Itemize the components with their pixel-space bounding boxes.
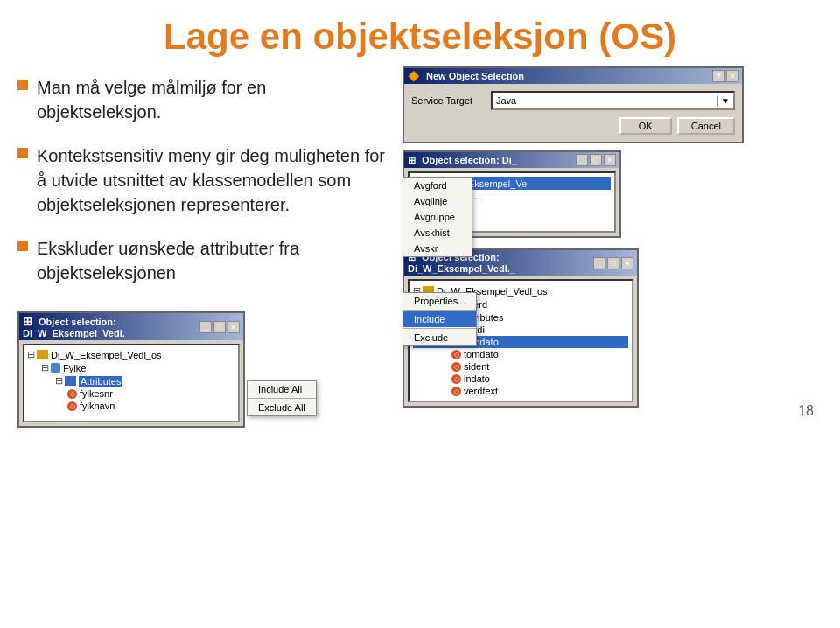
- tree-node-fylkesnr: ◇ fylkesnr: [27, 387, 235, 400]
- content-area: Man må velge målmiljø for en objektselek…: [0, 66, 840, 428]
- nos-cancel-button[interactable]: Cancel: [677, 117, 735, 135]
- dialog-os2-maximize[interactable]: □: [607, 257, 620, 269]
- dialog-os2-minimize[interactable]: _: [593, 257, 606, 269]
- tree-node-os2-verdtext: ◇ verdtext: [413, 385, 628, 397]
- menu-avgruppe[interactable]: Avgruppe: [403, 209, 472, 225]
- menu-exclude[interactable]: Exclude: [403, 330, 476, 345]
- bullet-3: Ekskluder uønskede attributter fra objek…: [18, 236, 394, 285]
- tree-root-label: Di_W_Eksempel_Vedl_os: [51, 350, 162, 360]
- nos-ok-button[interactable]: OK: [620, 117, 672, 135]
- page-title: Lage en objektseleksjon (OS): [0, 0, 840, 66]
- icon-item-fylke: [51, 363, 60, 373]
- context-menu-props: Properties... Include Exclude: [402, 292, 477, 346]
- icon-folder-root: [37, 350, 48, 359]
- icon-os2-verdtext: ◇: [452, 387, 461, 396]
- dialog-os2-close[interactable]: ×: [621, 257, 634, 269]
- dialog-os3: ⊞ Object selection: Di_W_Eksempel_Vedl._…: [18, 311, 245, 428]
- nos-buttons: OK Cancel: [411, 117, 735, 135]
- bullet-icon-1: [18, 80, 28, 90]
- dialog-os3-titlebar: ⊞ Object selection: Di_W_Eksempel_Vedl._…: [19, 313, 243, 340]
- menu-properties[interactable]: Properties...: [403, 293, 476, 309]
- icon-attr-fylknavn: ◇: [67, 401, 77, 411]
- dialog-os1-title: ⊞ Object selection: Di_: [408, 155, 517, 166]
- nos-dropdown-value: Java: [496, 95, 516, 106]
- tree-node-fylke: ⊟ Fylke: [27, 361, 235, 374]
- nos-service-target-row: Service Target Java ▼: [411, 91, 735, 110]
- tree-fylknavn-label: fylknavn: [80, 401, 115, 411]
- os2-container: ⊞ Object selection: Di_W_Eksempel_Vedl._…: [402, 248, 822, 408]
- tree-os2-sident-label: sident: [464, 361, 489, 372]
- dialog-os1-titlebar: ⊞ Object selection: Di_ _ □ ×: [404, 152, 620, 168]
- dialog-os2-titlebar-buttons: _ □ ×: [593, 257, 634, 269]
- dialog-os3-close[interactable]: ×: [228, 321, 240, 333]
- tree-node-attributes: ⊟ Attributes: [27, 374, 235, 387]
- tree-fylke-label: Fylke: [63, 363, 86, 373]
- os1-container: ⊞ Object selection: Di_ _ □ × ⊟: [402, 150, 822, 238]
- context-menu-avg: Avgford Avglinje Avgruppe Avskhist Avskr: [402, 177, 472, 257]
- dialog-os3-title: ⊞ Object selection: Di_W_Eksempel_Vedl._: [23, 315, 200, 338]
- dialog-os1-minimize[interactable]: _: [576, 154, 588, 166]
- dialog-os3-body: ⊟ Di_W_Eksempel_Vedl_os ⊟ Fylke: [19, 340, 243, 426]
- dialog-nos-title: 🔶 New Object Selection: [408, 71, 524, 82]
- menu-avgford[interactable]: Avgford: [403, 178, 472, 193]
- menu-avskhist[interactable]: Avskhist: [403, 225, 472, 241]
- nos-service-target-label: Service Target: [411, 95, 486, 106]
- dialog-os3-maximize[interactable]: □: [214, 321, 226, 333]
- dialog-os1-close[interactable]: ×: [604, 154, 616, 166]
- bullet-1: Man må velge målmiljø for en objektselek…: [18, 75, 394, 124]
- right-column: 🔶 New Object Selection ? × Service Targe…: [402, 66, 822, 428]
- tree-os2-verdtext-label: verdtext: [464, 386, 498, 396]
- page-number: 18: [798, 403, 814, 419]
- menu-include-all[interactable]: Include All: [248, 381, 316, 397]
- tree-node-os2-sident: ◇ sident: [413, 360, 628, 373]
- left-column: Man må velge målmiljø for en objektselek…: [18, 66, 394, 428]
- nos-dropdown[interactable]: Java ▼: [491, 91, 735, 110]
- bullet-text-3: Ekskluder uønskede attributter fra objek…: [37, 236, 394, 285]
- icon-os2-indato: ◇: [452, 374, 461, 384]
- tree-node-fylknavn: ◇ fylknavn: [27, 400, 235, 412]
- context-menu-include-all: Include All Exclude All: [247, 380, 317, 416]
- dialog-os1-maximize[interactable]: □: [590, 154, 602, 166]
- dialog-os1-titlebar-buttons: _ □ ×: [576, 154, 616, 166]
- dialog-nos: 🔶 New Object Selection ? × Service Targe…: [402, 66, 744, 143]
- dialog-os3-minimize[interactable]: _: [200, 321, 212, 333]
- icon-attr-fylkesnr: ◇: [67, 389, 77, 399]
- dialog-os3-tree: ⊟ Di_W_Eksempel_Vedl_os ⊟ Fylke: [23, 344, 240, 422]
- icon-folder-attributes: [65, 376, 76, 386]
- icon-os2-sident: ◇: [452, 362, 461, 372]
- page-layout: Lage en objektseleksjon (OS) Man må velg…: [0, 0, 840, 428]
- dialog-nos-body: Service Target Java ▼ OK Cancel: [404, 84, 742, 142]
- dialog-os3-titlebar-buttons: _ □ ×: [200, 321, 240, 333]
- menu-avskr[interactable]: Avskr: [403, 241, 472, 256]
- bullet-icon-2: [18, 148, 28, 158]
- dialog-nos-titlebar-buttons: ? ×: [712, 70, 738, 82]
- tree-os2-indato-label: indato: [464, 373, 490, 384]
- bullet-text-1: Man må velge målmiljø for en objektselek…: [37, 75, 394, 124]
- tree-node-os2-indato: ◇ indato: [413, 373, 628, 385]
- menu-exclude-all[interactable]: Exclude All: [248, 400, 316, 415]
- dialog-nos-help[interactable]: ?: [712, 70, 724, 82]
- icon-os2-tomdato: ◇: [452, 350, 461, 359]
- menu-include[interactable]: Include: [403, 311, 476, 327]
- bullet-2: Kontekstsensitiv meny gir deg muligheten…: [18, 143, 394, 217]
- tree-fylkesnr-label: fylkesnr: [80, 388, 113, 399]
- dialog-nos-titlebar: 🔶 New Object Selection ? ×: [404, 68, 742, 84]
- tree-attributes-label: Attributes: [79, 376, 122, 387]
- tree-node-os2-tomdato: ◇ tomdato: [413, 348, 628, 360]
- nos-dropdown-arrow-icon: ▼: [717, 96, 730, 106]
- dialog-nos-close[interactable]: ×: [726, 70, 738, 82]
- tree-os2-tomdato-label: tomdato: [464, 349, 499, 359]
- tree-node-root: ⊟ Di_W_Eksempel_Vedl_os: [27, 348, 235, 361]
- bullet-icon-3: [18, 241, 28, 251]
- menu-avglinje[interactable]: Avglinje: [403, 193, 472, 209]
- bullet-text-2: Kontekstsensitiv meny gir deg muligheten…: [37, 143, 394, 217]
